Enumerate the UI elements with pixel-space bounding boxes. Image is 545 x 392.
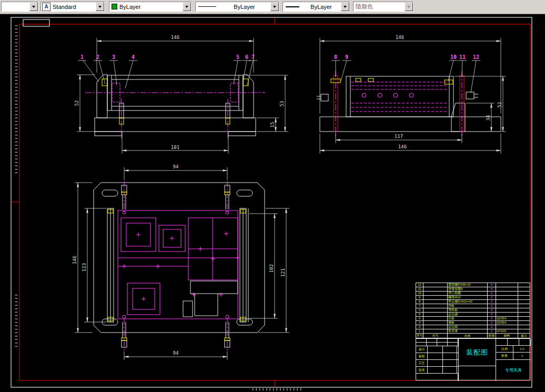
parts-list-row: 9 螺母M10 2 bbox=[416, 296, 530, 300]
parts-list-row: 2 定位销 2 bbox=[416, 325, 530, 329]
parts-list-row: 4 压板 2 Q235A bbox=[416, 317, 530, 321]
signature-rows: 设计 审核 工艺 批准 bbox=[416, 346, 458, 374]
plotstyle-combo: 随颜色 bbox=[353, 2, 413, 12]
col-name: 名称 bbox=[448, 334, 488, 338]
scale-row: 比例 1:2 bbox=[496, 346, 531, 353]
col-material: 材料 bbox=[496, 334, 518, 338]
color-swatch-icon bbox=[112, 4, 117, 9]
parts-list-row: 10 开口垫圈 2 bbox=[416, 292, 530, 296]
cad-app-window: 146 52 53 15 101 1 2 3 4 5 bbox=[0, 0, 545, 392]
col-qty: 数量 bbox=[488, 334, 496, 338]
text-style-combo-value: Standard bbox=[51, 4, 96, 10]
col-note: 备注 bbox=[518, 334, 530, 338]
linetype-combo-arrow[interactable] bbox=[270, 2, 279, 11]
dim-text: 146 bbox=[171, 35, 179, 40]
parts-list-and-titleblock: 12 紧固螺钉M8×20 4 11 弹簧垫圈8 4 10 开口垫圈 2 bbox=[416, 283, 530, 380]
layer-combo-arrow[interactable] bbox=[29, 2, 38, 11]
parts-list: 12 紧固螺钉M8×20 4 11 弹簧垫圈8 4 10 开口垫圈 2 bbox=[416, 283, 530, 333]
count-value: 1 bbox=[513, 353, 531, 359]
text-style-combo-arrow[interactable] bbox=[96, 2, 104, 11]
lineweight-sample-icon bbox=[286, 6, 299, 7]
dim-text: 146 bbox=[398, 144, 407, 149]
dim-text: 52 bbox=[497, 102, 502, 108]
dim-text: 123 bbox=[82, 263, 87, 272]
linetype-sample-icon bbox=[198, 6, 216, 7]
revision-row bbox=[416, 339, 458, 343]
parts-list-row: 6 导向板 2 bbox=[416, 308, 530, 313]
dim-text: 52 bbox=[74, 100, 79, 106]
chevron-down-icon bbox=[32, 6, 35, 8]
dim-text: 101 bbox=[171, 145, 179, 150]
parts-list-row: 3 侧板 2 Q235A bbox=[416, 321, 530, 325]
linetype-combo[interactable]: ByLayer bbox=[195, 2, 279, 12]
dim-text: 117 bbox=[395, 134, 403, 139]
dim-text: 146 bbox=[72, 256, 77, 264]
label-approve: 批准 bbox=[416, 367, 428, 373]
plotstyle-combo-value: 随颜色 bbox=[354, 3, 405, 11]
parts-list-row: 8 双头螺柱M10×40 2 bbox=[416, 300, 530, 304]
balloon-number: 5 bbox=[236, 54, 239, 60]
bottom-left-cell bbox=[416, 374, 458, 381]
balloon-number: 1 bbox=[80, 54, 84, 60]
lineweight-combo-value: ByLayer bbox=[299, 4, 341, 10]
dim-text: 146 bbox=[396, 35, 404, 40]
chevron-down-icon bbox=[344, 6, 347, 8]
title-cell: 装配图 bbox=[458, 339, 496, 366]
chevron-down-icon bbox=[185, 6, 188, 8]
dim-text: 94 bbox=[173, 350, 179, 356]
label-design: 设计 bbox=[416, 346, 428, 353]
parts-list-row: 11 弹簧垫圈8 4 bbox=[416, 287, 530, 292]
balloon-number: 2 bbox=[96, 54, 99, 60]
dim-text: 53 bbox=[279, 101, 285, 107]
properties-toolbar: A Standard ByLayer ByLayer ByLayer 随颜色 bbox=[0, 0, 545, 14]
label-scale: 比例 bbox=[496, 346, 513, 352]
dim-text: 102 bbox=[269, 264, 274, 273]
title-sub-cell bbox=[458, 366, 496, 381]
balloon-number: 9 bbox=[345, 54, 348, 60]
stage-mark-cells bbox=[496, 339, 531, 346]
lineweight-combo-arrow[interactable] bbox=[341, 2, 349, 11]
color-combo-arrow[interactable] bbox=[183, 2, 191, 11]
title-block: 设计 审核 工艺 批准 装配图 比例 1:2 数量 1 专用夹具 bbox=[416, 338, 530, 380]
lineweight-combo[interactable]: ByLayer bbox=[282, 2, 350, 12]
parts-list-row: 12 紧固螺钉M8×20 4 bbox=[416, 283, 530, 287]
col-code: 代号 bbox=[423, 334, 448, 338]
chevron-down-icon bbox=[407, 6, 410, 8]
chevron-down-icon bbox=[98, 6, 102, 8]
parts-list-header: 序号 代号 名称 数量 材料 备注 bbox=[416, 333, 530, 338]
linetype-combo-value: ByLayer bbox=[216, 4, 270, 10]
dim-text: 94 bbox=[173, 164, 179, 169]
color-combo-value: ByLayer bbox=[117, 4, 183, 10]
chevron-down-icon bbox=[273, 6, 276, 8]
text-style-icon: A bbox=[42, 3, 51, 11]
layer-combo[interactable] bbox=[1, 2, 38, 12]
dim-text: 34 bbox=[486, 115, 491, 121]
dim-text: 15 bbox=[270, 122, 275, 128]
balloon-number: 11 bbox=[459, 54, 466, 60]
balloon-number: 8 bbox=[334, 54, 337, 60]
revision-row bbox=[416, 343, 458, 346]
parts-list-row: 5 定位键 2 bbox=[416, 313, 530, 317]
scale-value: 1:2 bbox=[513, 346, 531, 352]
balloon-number: 12 bbox=[473, 54, 479, 60]
balloon-number: 4 bbox=[132, 54, 135, 60]
balloon-number: 7 bbox=[251, 54, 255, 60]
plotstyle-combo-arrow bbox=[405, 2, 413, 11]
dim-text: 121 bbox=[280, 268, 286, 277]
text-style-combo[interactable]: A Standard bbox=[41, 2, 105, 12]
col-no: 序号 bbox=[416, 334, 423, 338]
label-check: 审核 bbox=[416, 353, 428, 359]
balloon-number: 6 bbox=[245, 54, 248, 60]
drawing-title: 装配图 bbox=[466, 348, 488, 357]
label-count: 数量 bbox=[496, 353, 513, 359]
doc-number-cell: 专用夹具 bbox=[496, 360, 531, 381]
color-combo[interactable]: ByLayer bbox=[109, 2, 191, 12]
count-row: 数量 1 bbox=[496, 353, 531, 360]
parts-list-row: 7 挡板 2 bbox=[416, 304, 530, 308]
balloon-number: 10 bbox=[450, 54, 457, 60]
balloon-number: 3 bbox=[112, 54, 115, 60]
label-craft: 工艺 bbox=[416, 360, 428, 366]
document-name: 专用夹具 bbox=[505, 368, 522, 373]
